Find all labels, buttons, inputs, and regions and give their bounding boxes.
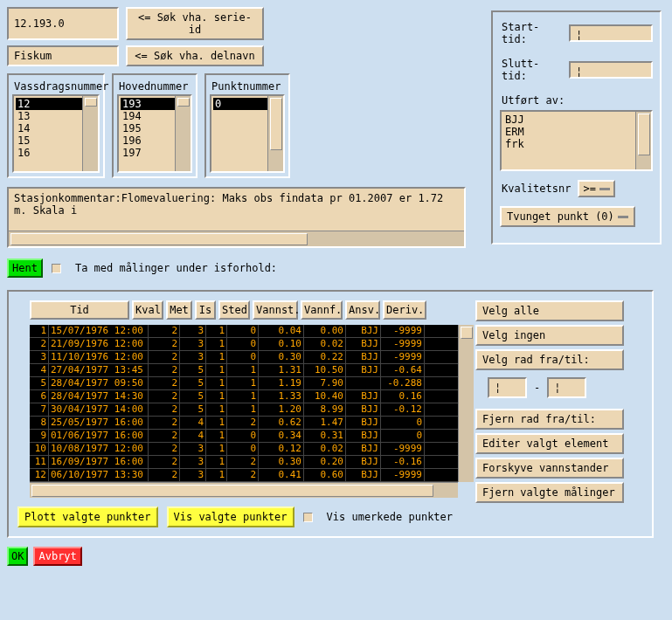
table-cell: 7 (30, 403, 49, 416)
scrollbar[interactable] (175, 96, 191, 171)
table-cell: 1.47 (304, 417, 346, 429)
table-cell: 2 (30, 338, 49, 350)
slutt-tid-input[interactable]: ¦ (569, 61, 653, 79)
column-header-vannst[interactable]: Vannst. (253, 300, 298, 320)
column-header-kval[interactable]: Kval (132, 300, 163, 320)
column-header-sted[interactable]: Sted (218, 300, 250, 320)
velg-alle-button[interactable]: Velg alle (475, 300, 624, 321)
avbryt-button[interactable]: Avbryt (33, 547, 81, 566)
start-tid-input[interactable]: ¦ (569, 24, 653, 42)
list-item[interactable]: BJJ (503, 114, 649, 126)
fjern-valgte-button[interactable]: Fjern valgte målinger (475, 482, 624, 503)
table-cell: 5 (180, 403, 206, 416)
column-header-is[interactable]: Is (195, 300, 216, 320)
range-to-input[interactable]: ¦ (547, 377, 586, 398)
ok-button[interactable]: OK (7, 547, 28, 566)
list-item[interactable]: frk (503, 138, 649, 150)
velg-ingen-button[interactable]: Velg ingen (475, 325, 624, 346)
table-row[interactable]: 1206/10/1977 13:3023120.410.60BJJ-9999 (30, 469, 458, 482)
tvunget-punkt-button[interactable]: Tvunget punkt (0) (500, 206, 635, 227)
table-row[interactable]: 427/04/1977 13:4525111.3110.50BJJ-0.64 (30, 364, 458, 377)
utfort-av-listbox[interactable]: BJJERMfrk (500, 110, 653, 171)
table-row[interactable]: 901/06/1977 16:0024100.340.31BJJ0 (30, 430, 458, 443)
table-cell: 7.90 (304, 377, 346, 389)
table-cell: 5 (180, 390, 206, 403)
scrollbar[interactable] (267, 96, 283, 171)
table-row[interactable]: 528/04/1977 09:5025111.197.90-0.288 (30, 377, 458, 390)
column-header-tid[interactable]: Tid (30, 300, 129, 320)
range-from-input[interactable]: ¦ (488, 377, 527, 398)
table-row[interactable]: 1010/08/1977 12:0023100.120.02BJJ-9999 (30, 443, 458, 456)
table-cell: -9999 (381, 325, 425, 337)
ta-med-checkbox[interactable] (52, 264, 61, 273)
table-cell: 3 (180, 325, 206, 337)
hovednummer-panel: Hovednummer 193194195196197 (112, 73, 197, 178)
column-header-vannf[interactable]: Vannf. (301, 300, 343, 320)
vassdragsnummer-panel: Vassdragsnummer 1213141516 (7, 73, 105, 178)
sok-delnavn-button[interactable]: <= Søk vha. delnavn (126, 45, 264, 66)
velg-rad-fratil-button[interactable]: Velg rad fra/til: (475, 349, 624, 370)
forskyve-button[interactable]: Forskyve vannstander (475, 458, 624, 479)
table-cell: 10 (30, 443, 49, 455)
table-cell: BJJ (346, 443, 381, 455)
table-cell: 27/04/1977 13:45 (49, 364, 149, 376)
column-header-deriv[interactable]: Deriv. (383, 300, 426, 320)
scrollbar-horizontal[interactable] (9, 231, 464, 246)
vis-umerkede-checkbox[interactable] (303, 513, 313, 522)
delnavn-input[interactable] (7, 45, 119, 66)
table-row[interactable]: 825/05/1977 16:0024120.621.47BJJ0 (30, 417, 458, 430)
table-cell: 9 (30, 430, 49, 442)
table-row[interactable]: 221/09/1976 12:0023100.100.02BJJ-9999 (30, 338, 458, 351)
table-cell: 0.00 (304, 325, 346, 337)
data-grid[interactable]: 115/07/1976 12:0023100.040.00BJJ-9999221… (30, 325, 458, 482)
slutt-tid-label: Slutt-tid: (500, 56, 564, 84)
table-cell: -9999 (381, 469, 425, 481)
table-cell: 1 (206, 325, 227, 337)
serie-id-input[interactable] (7, 7, 119, 40)
column-header-ansv[interactable]: Ansv. (345, 300, 380, 320)
column-header-met[interactable]: Met (166, 300, 192, 320)
table-cell: 2 (149, 390, 180, 403)
editer-valgt-button[interactable]: Editer valgt element (475, 433, 624, 454)
scrollbar[interactable] (82, 96, 98, 171)
plott-valgte-button[interactable]: Plott valgte punkter (17, 506, 158, 527)
grid-scrollbar-h[interactable] (30, 482, 458, 498)
table-cell: 4 (180, 430, 206, 442)
hovednummer-label: Hovednummer (117, 79, 192, 94)
table-cell: 0.60 (304, 469, 346, 481)
table-row[interactable]: 730/04/1977 14:0025111.208.99BJJ-0.12 (30, 403, 458, 417)
table-cell: 1 (206, 469, 227, 481)
table-cell: BJJ (346, 351, 381, 363)
hent-button[interactable]: Hent (7, 258, 43, 278)
punktnummer-listbox[interactable]: 0 (210, 94, 285, 173)
vis-valgte-button[interactable]: Vis valgte punkter (167, 506, 294, 527)
table-cell: 1 (206, 430, 227, 442)
table-cell: 3 (180, 351, 206, 363)
stasjon-kommentar-box[interactable]: Stasjonkommentar:Flomevaluering: Maks ob… (7, 187, 466, 248)
table-row[interactable]: 628/04/1977 14:3025111.3310.40BJJ0.16 (30, 390, 458, 403)
list-item[interactable]: ERM (503, 126, 649, 138)
table-cell: 2 (149, 403, 180, 416)
table-cell: 2 (149, 325, 180, 337)
table-cell: 2 (149, 469, 180, 481)
kvalitetsnr-select[interactable]: >= (578, 180, 614, 197)
scrollbar[interactable] (635, 112, 651, 169)
hovednummer-listbox[interactable]: 193194195196197 (117, 94, 192, 173)
table-row[interactable]: 311/10/1976 12:0023100.300.22BJJ-9999 (30, 351, 458, 364)
fjern-rad-fratil-button[interactable]: Fjern rad fra/til: (475, 409, 624, 430)
table-row[interactable]: 1116/09/1977 16:0023120.300.20BJJ-0.16 (30, 456, 458, 469)
table-cell: 0 (227, 338, 259, 350)
table-row[interactable]: 115/07/1976 12:0023100.040.00BJJ-9999 (30, 325, 458, 338)
table-cell: 4 (30, 364, 49, 376)
table-cell: 0.62 (259, 417, 304, 429)
vassdragsnummer-listbox[interactable]: 1213141516 (12, 94, 100, 173)
table-cell: 0 (227, 430, 259, 442)
table-cell: 0.34 (259, 430, 304, 442)
table-cell: -9999 (381, 351, 425, 363)
table-cell: 0.31 (304, 430, 346, 442)
sok-serie-button[interactable]: <= Søk vha. serie-id (126, 7, 264, 40)
right-panel: Start-tid: ¦ Slutt-tid: ¦ Utført av: BJJ… (491, 10, 662, 245)
table-cell: 21/09/1976 12:00 (49, 338, 149, 350)
table-cell: 0.22 (304, 351, 346, 363)
grid-scrollbar-v[interactable] (458, 325, 474, 482)
